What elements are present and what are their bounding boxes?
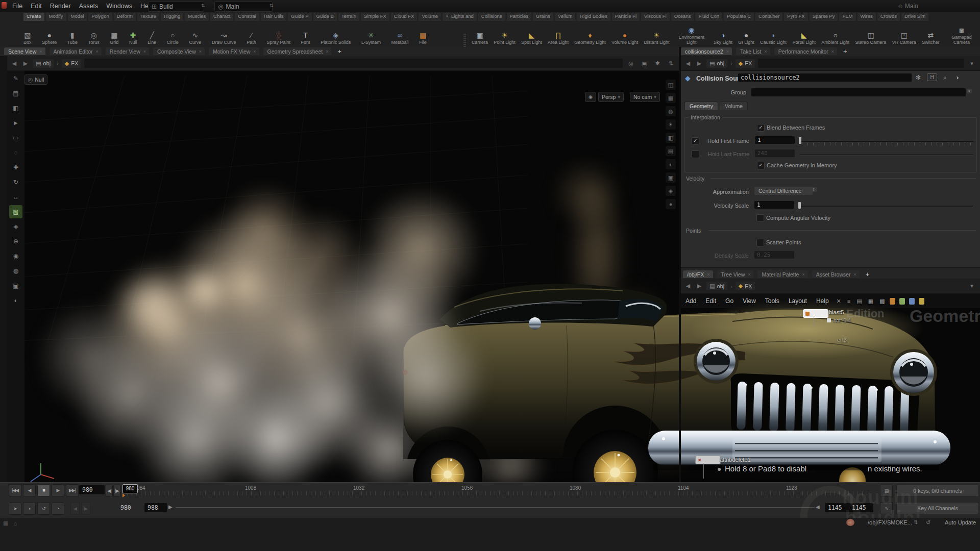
shelf-tool[interactable]: ◰ VR Camera (892, 32, 916, 46)
display-option-icon[interactable]: ▦ (666, 93, 676, 103)
scene-selector[interactable]: ◎ Main (214, 2, 273, 12)
close-icon[interactable]: × (726, 49, 729, 54)
shelf-tool[interactable]: ☀ Distant Light (644, 32, 669, 46)
desktop-spinner[interactable]: ⇅ (201, 3, 205, 8)
shelf-tab[interactable]: Rigging (161, 13, 183, 21)
forward-icon[interactable]: ▶ (21, 60, 30, 67)
shelf-tool[interactable]: ▦ Grid (110, 32, 118, 46)
clock-icon[interactable]: ◑ (952, 73, 962, 82)
shelf-tool[interactable]: ♦ Geometry Light (574, 32, 606, 46)
shelf-tab[interactable]: Hair Utils (261, 13, 287, 21)
display-option-icon[interactable]: ◍ (666, 106, 676, 116)
viewport-tool-icon[interactable]: ◍ (9, 264, 22, 278)
network-toolbar-icon[interactable]: ▦ (865, 298, 876, 305)
desktop-selector[interactable]: ⊞ Build (148, 2, 204, 12)
forward-icon[interactable]: ▶ (695, 283, 703, 289)
density-field[interactable]: 0.25 (754, 251, 794, 259)
transport-button[interactable]: ▶ (52, 484, 64, 496)
pane-tab[interactable]: /obj/FX× (683, 270, 713, 278)
menu-item[interactable]: File (8, 0, 27, 12)
camera-select-button[interactable]: No cam▾ (630, 92, 660, 102)
hold-last-field[interactable]: 240 (755, 149, 795, 157)
shelf-tab[interactable]: Drive Sim (901, 13, 928, 21)
playbar-option-icon[interactable]: ↺ (37, 503, 50, 515)
shelf-tool[interactable]: ○ Circle (167, 32, 179, 46)
path-field[interactable] (758, 282, 964, 291)
scatter-checkbox[interactable] (756, 239, 764, 246)
viewport-tool-icon[interactable]: ◌ (9, 146, 22, 159)
group-menu-button[interactable]: ▾ (967, 89, 972, 93)
close-icon[interactable]: × (764, 49, 767, 54)
velocity-scale-field[interactable]: 1 (754, 201, 794, 209)
shelf-tool[interactable]: ∿ Curve (189, 32, 201, 46)
back-icon[interactable]: ◀ (684, 60, 692, 67)
shelf-tool[interactable]: ∞ Metaball (391, 32, 409, 46)
pane-tab[interactable]: Composite View× (153, 47, 205, 55)
back-icon[interactable]: ◀ (684, 283, 692, 289)
viewport-tool-icon[interactable]: ✎ (9, 72, 22, 85)
pane-splitter[interactable] (679, 47, 681, 482)
shelf-tab[interactable]: Fluid Con (695, 13, 722, 21)
add-pane-tab-button[interactable]: + (841, 47, 849, 55)
shelf-tool[interactable]: ▧ Box (23, 32, 32, 46)
playbar-option-icon[interactable]: ◔ (52, 503, 64, 515)
shelf-tool[interactable]: ✚ Null (129, 32, 137, 46)
path-chip-fx[interactable]: ◆ FX (62, 59, 82, 68)
network-menu-item[interactable]: Help (812, 297, 834, 305)
pane-tab[interactable]: Tree View× (717, 270, 754, 278)
viewport-tool-icon[interactable]: ▧ (9, 205, 22, 218)
node-attribdelete1[interactable]: ✕ (695, 456, 721, 464)
shelf-tab[interactable]: Rigid Bodies (577, 13, 610, 21)
add-pane-tab-button[interactable]: + (864, 270, 872, 278)
close-icon[interactable]: × (199, 49, 202, 54)
network-toolbar-icon[interactable]: ≡ (844, 298, 853, 304)
display-option-icon[interactable]: ◧ (666, 133, 676, 143)
viewport-tool-icon[interactable]: ✚ (9, 161, 22, 174)
shelf-tab[interactable]: Wires (857, 13, 876, 21)
pathbar-icon[interactable]: ◎ (626, 60, 636, 67)
network-palette-icon[interactable] (909, 298, 915, 305)
shelf-tab[interactable]: Container (755, 13, 782, 21)
scene-spinner[interactable]: ⇅ (270, 3, 274, 8)
slider-handle[interactable] (798, 202, 801, 209)
shelf-tab[interactable]: Grains (533, 13, 553, 21)
shelf-tool[interactable]: ▮ Tube (67, 32, 78, 46)
viewport-tool-icon[interactable]: ◐ (9, 294, 22, 307)
shelf-tab[interactable]: Constrai (235, 13, 259, 21)
transport-button[interactable]: ◀ (23, 484, 36, 496)
pane-tab[interactable]: Render View× (106, 47, 149, 55)
shelf-tool[interactable]: T Font (301, 32, 310, 46)
display-option-icon[interactable]: ● (666, 199, 676, 209)
path-field[interactable] (758, 59, 964, 68)
shelf-tab[interactable]: Texture (137, 13, 159, 21)
path-chip-obj[interactable]: ▤ obj (706, 282, 727, 290)
shelf-tool[interactable]: ↝ Draw Curve (212, 32, 236, 46)
pane-tab[interactable]: Take List× (736, 47, 770, 55)
viewport-tool-icon[interactable]: ⊕ (9, 235, 22, 248)
transport-button[interactable]: ▶▶| (66, 484, 79, 496)
shelf-tool[interactable]: ▣ Camera (472, 32, 488, 46)
shelf-tool[interactable]: ● Volume Light (611, 32, 638, 46)
shelf-tool[interactable]: ◑ Sky Light (714, 32, 732, 46)
shelf-tab[interactable]: Viscous Fl (641, 13, 670, 21)
viewport-tool-icon[interactable]: ◉ (9, 249, 22, 263)
display-option-icon[interactable]: ▣ (666, 172, 676, 183)
transport-button[interactable]: ■ (37, 484, 50, 496)
simulation-spinner[interactable]: ⇅ (914, 519, 918, 525)
viewport-tool-icon[interactable]: ↔ (9, 190, 22, 204)
close-icon[interactable]: × (707, 272, 709, 277)
network-menu-item[interactable]: Go (721, 297, 738, 305)
shelf-tab[interactable]: Guide B (313, 13, 337, 21)
shelf-tool[interactable]: ╱ Line (148, 32, 156, 46)
shelf-tab[interactable]: Volume (419, 13, 441, 21)
hold-first-field[interactable]: 1 (755, 136, 795, 144)
viewport-tool-icon[interactable]: ↻ (9, 176, 22, 189)
network-palette-icon[interactable] (899, 298, 905, 305)
path-chip-fx[interactable]: ◆ FX (736, 59, 755, 68)
shelf-tool[interactable]: ◣ Spot Light (521, 32, 542, 46)
network-palette-icon[interactable] (919, 298, 924, 305)
shelf-tool[interactable]: ∏ Area Light (548, 32, 569, 46)
shelf-tab[interactable]: Polygon (88, 13, 112, 21)
radial-menu-indicator[interactable]: ◎ Main (898, 0, 918, 12)
viewport-tool-icon[interactable]: ► (9, 116, 22, 130)
